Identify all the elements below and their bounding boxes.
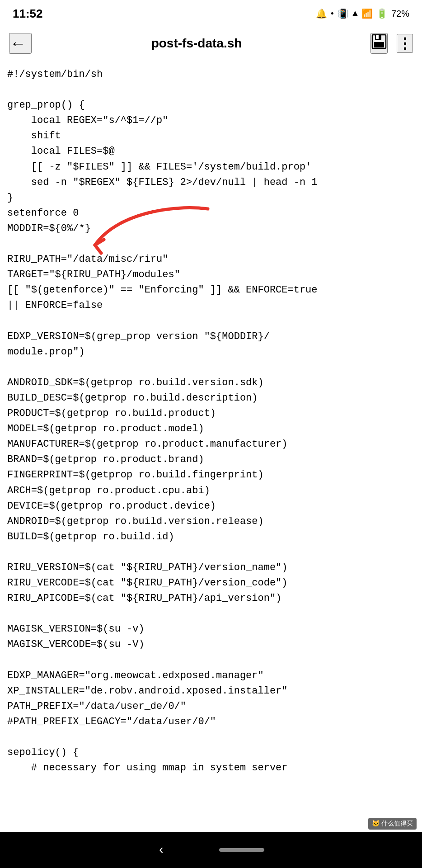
status-time: 11:52	[13, 7, 43, 21]
battery-level: 72%	[391, 9, 409, 19]
nav-back-button[interactable]: ‹	[158, 843, 165, 857]
svg-rect-3	[374, 42, 384, 47]
watermark: 🐱 什么值得买	[368, 818, 417, 830]
file-title: post-fs-data.sh	[23, 36, 370, 51]
top-bar: ← post-fs-data.sh ⋮	[0, 27, 422, 60]
wifi-icon: ▲	[352, 9, 358, 19]
status-bar: 11:52 🔔 ● 📳 ▲ 📶 🔋 72%	[0, 0, 422, 27]
dot-icon: ●	[331, 10, 334, 17]
svg-rect-2	[376, 35, 379, 39]
code-container: #!/system/bin/sh grep_prop() { local REG…	[0, 60, 422, 776]
nav-home-indicator[interactable]	[219, 848, 264, 852]
top-bar-actions: ⋮	[370, 33, 413, 54]
save-icon	[371, 34, 387, 49]
save-button[interactable]	[370, 33, 388, 54]
navigation-bar: ‹	[0, 832, 422, 868]
status-icons: 🔔 ● 📳 ▲ 📶 🔋 72%	[316, 8, 409, 19]
notification-icon: 🔔	[316, 8, 327, 19]
vibrate-icon: 📳	[338, 8, 349, 19]
signal-icon: 📶	[361, 8, 373, 19]
code-content[interactable]: #!/system/bin/sh grep_prop() { local REG…	[7, 67, 415, 776]
battery-icon: 🔋	[376, 8, 388, 19]
more-menu-button[interactable]: ⋮	[397, 34, 413, 53]
